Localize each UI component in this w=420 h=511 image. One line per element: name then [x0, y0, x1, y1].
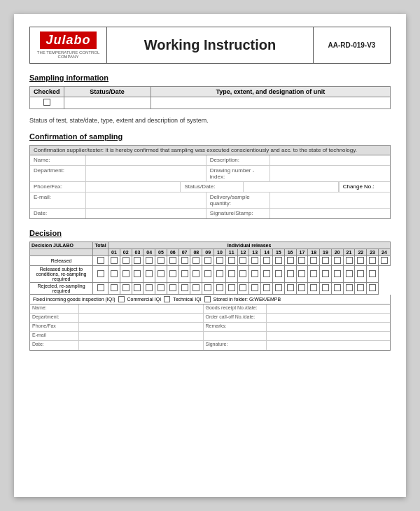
dt-r-18 — [308, 255, 320, 265]
col-status-date: Status/Date — [64, 87, 150, 97]
dt-num-20: 20 — [331, 248, 343, 255]
dt-r-24 — [378, 255, 390, 265]
dt-num-21: 21 — [343, 248, 355, 255]
db-goods-label: Goods receipt No./date: — [204, 304, 267, 313]
dt-released-total — [93, 255, 108, 265]
dt-num-05: 05 — [155, 248, 167, 255]
conf-drawing-value — [270, 166, 390, 181]
status-date-cell — [64, 97, 150, 109]
conf-row-2: Department: Drawing number - index: — [30, 166, 390, 182]
dt-sub-total — [93, 248, 108, 255]
conf-delivery-label: Delivery/sample quantity: — [206, 192, 270, 208]
dt-num-19: 19 — [320, 248, 332, 255]
db-empty-value — [267, 332, 391, 340]
header: Julabo THE TEMPERATURE CONTROL COMPANY W… — [29, 27, 391, 64]
conf-delivery-value — [270, 192, 390, 208]
dt-num-04: 04 — [144, 248, 155, 255]
dt-num-22: 22 — [355, 248, 367, 255]
fixed-inspection-row: Fixed incoming goods inspection (IQI) Co… — [29, 295, 391, 304]
dt-r-04 — [144, 255, 155, 265]
db-dept-value — [79, 314, 204, 322]
conf-date-label: Date: — [30, 209, 86, 218]
document-code: AA-RD-019-V3 — [313, 27, 390, 63]
technical-cb[interactable] — [204, 296, 211, 302]
dt-r-12 — [237, 255, 249, 265]
dt-r-22 — [355, 255, 367, 265]
dt-num-02: 02 — [120, 248, 132, 255]
logo-area: Julabo THE TEMPERATURE CONTROL COMPANY — [30, 27, 107, 63]
db-goods-value — [267, 304, 391, 313]
db-remarks-label: Remarks: — [204, 323, 267, 331]
dt-r-11 — [225, 255, 237, 265]
page: Julabo THE TEMPERATURE CONTROL COMPANY W… — [14, 14, 406, 497]
conf-signature-value — [270, 209, 390, 218]
db-order-label: Order call-off No./date: — [204, 314, 267, 322]
dt-conditions-total — [93, 265, 108, 282]
conf-dept-label: Department: — [30, 166, 86, 181]
dt-header-individual: Individual releases — [108, 241, 391, 248]
dt-sub-label — [30, 248, 93, 255]
conf-row-5: Date: Signature/Stamp: — [30, 209, 390, 218]
db-signature-value — [267, 341, 391, 350]
col-type-extent: Type, extent, and designation of unit — [150, 87, 390, 97]
released-total-cb[interactable] — [97, 257, 104, 264]
conf-date-value — [86, 209, 206, 218]
dt-num-10: 10 — [214, 248, 226, 255]
status-text: Status of test, state/date, type, extent… — [29, 116, 391, 125]
db-row-date: Date: Signature: — [30, 341, 390, 350]
confirmation-section-title: Confirmation of sampling — [29, 132, 391, 141]
dt-r-15 — [272, 255, 284, 265]
fixed-label: Fixed incoming goods inspection (IQI) — [33, 297, 115, 302]
dt-num-08: 08 — [190, 248, 202, 255]
dt-rejected-label: Rejected, re-sampling required — [30, 282, 93, 294]
conf-row-1: Name: Description: — [30, 155, 390, 166]
conf-signature-label: Signature/Stamp: — [206, 209, 270, 218]
dt-num-03: 03 — [132, 248, 144, 255]
conf-phone-label: Phone/Fax: — [30, 182, 86, 192]
conf-row-4: E-mail: Delivery/sample quantity: — [30, 192, 390, 209]
sampling-table: Checked Status/Date Type, extent, and de… — [29, 86, 391, 109]
dt-num-11: 11 — [225, 248, 237, 255]
db-phone-label: Phone/Fax — [30, 323, 79, 331]
dt-row-conditions: Released subject to conditions, re-sampl… — [30, 265, 391, 282]
document-title: Working Instruction — [107, 27, 313, 63]
conf-desc-label: Description: — [206, 155, 270, 165]
conf-email-label: E-mail: — [30, 192, 86, 208]
technical-label: Technical IQI — [173, 297, 201, 302]
db-name-label: Name: — [30, 304, 79, 313]
dt-num-17: 17 — [296, 248, 308, 255]
db-row-name: Name: Goods receipt No./date: — [30, 304, 390, 314]
conf-status-value — [244, 182, 338, 192]
db-email-value — [79, 332, 204, 340]
logo-tagline: THE TEMPERATURE CONTROL COMPANY — [34, 50, 102, 59]
checked-cell — [30, 97, 64, 109]
conf-name-value — [86, 155, 206, 165]
sampling-section-title: Sampling information — [29, 74, 391, 82]
dt-row-released: Released — [30, 255, 391, 265]
conf-desc-value — [270, 155, 390, 165]
db-row-email: E-mail — [30, 332, 390, 341]
dt-num-06: 06 — [167, 248, 178, 255]
dt-released-label: Released — [30, 255, 93, 265]
conf-phone-value — [86, 182, 181, 192]
decision-table: Decision JULABO Total Individual release… — [29, 241, 391, 295]
type-extent-cell — [150, 97, 390, 109]
dt-num-07: 07 — [178, 248, 190, 255]
dt-r-06 — [167, 255, 178, 265]
col-checked: Checked — [30, 87, 64, 97]
commercial-cb[interactable] — [164, 296, 170, 302]
db-empty-label — [204, 332, 267, 340]
db-remarks-value — [267, 323, 391, 331]
db-signature-label: Signature: — [204, 341, 267, 350]
stored-label: Stored in folder: G:WEK/EMPB — [214, 297, 281, 302]
dt-r-20 — [331, 255, 343, 265]
db-dept-label: Department: — [30, 314, 79, 322]
db-email-label: E-mail — [30, 332, 79, 340]
fixed-cb[interactable] — [118, 296, 125, 302]
decision-bottom: Name: Goods receipt No./date: Department… — [29, 304, 391, 351]
dt-r-03 — [132, 255, 144, 265]
checkbox[interactable] — [43, 99, 50, 106]
dt-num-18: 18 — [308, 248, 320, 255]
db-row-dept: Department: Order call-off No./date: — [30, 314, 390, 323]
conf-name-label: Name: — [30, 155, 86, 165]
